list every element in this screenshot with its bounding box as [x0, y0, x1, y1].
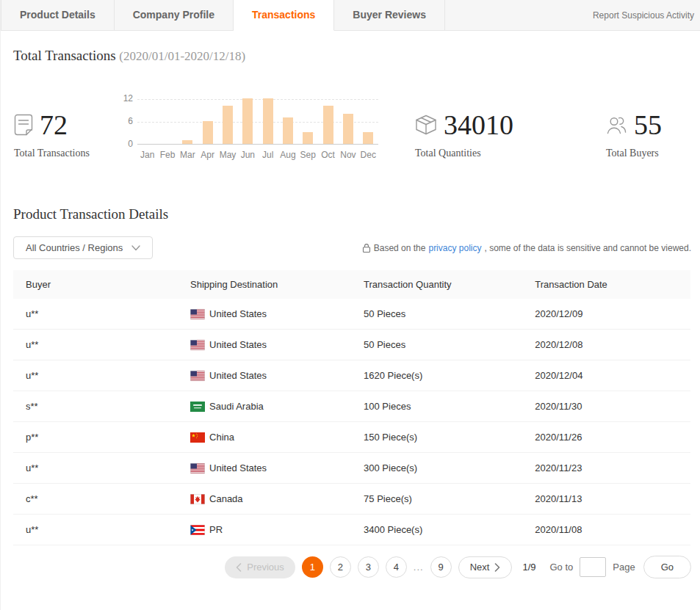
column-header-transaction-quantity: Transaction Quantity [351, 270, 522, 299]
buyer-cell: s** [13, 391, 178, 422]
table-body: u**United States50 Pieces2020/12/09u**Un… [13, 299, 690, 545]
destination-cell: Canada [178, 484, 351, 515]
goto-page-input[interactable] [580, 557, 606, 577]
column-header-buyer: Buyer [13, 270, 178, 299]
page-button-9[interactable]: 9 [430, 556, 452, 578]
stat-total-transactions: 72 Total Transactions [14, 98, 118, 159]
tab-list: Product DetailsCompany ProfileTransactio… [1, 0, 445, 30]
stat-total-quantities: 34010 Total Quantities [415, 98, 566, 159]
x-tick-aug: Aug [278, 150, 297, 160]
y-tick-12: 12 [123, 94, 133, 103]
buyer-cell: u** [13, 360, 178, 391]
date-cell: 2020/12/08 [522, 330, 690, 360]
table-header-row: BuyerShipping DestinationTransaction Qua… [13, 270, 690, 299]
tab-product-details[interactable]: Product Details [1, 0, 115, 30]
destination: United States [190, 462, 351, 473]
tab-transactions[interactable]: Transactions [234, 0, 334, 31]
date-cell: 2020/11/30 [522, 391, 690, 422]
privacy-policy-link[interactable]: privacy policy [428, 243, 481, 253]
y-tick-0: 0 [128, 139, 133, 148]
chevron-down-icon [131, 245, 140, 251]
total-buyers-label: Total Buyers [606, 148, 662, 159]
table-row: c**Canada75 Piece(s)2020/11/13 [13, 484, 690, 515]
destination-cell: PR [178, 515, 351, 545]
total-transactions-value: 72 [40, 111, 68, 139]
chart-y-axis: 1260 [118, 99, 137, 145]
date-cell: 2020/11/26 [522, 422, 690, 453]
destination-name: United States [209, 339, 267, 350]
product-transaction-details-title: Product Transaction Details [13, 206, 700, 222]
bar-column-nov [338, 99, 358, 144]
previous-label: Previous [247, 562, 284, 573]
buyer-cell: u** [13, 515, 178, 545]
date-cell: 2020/11/08 [522, 515, 690, 545]
bar-dec [363, 132, 373, 144]
table-row: p**China150 Piece(s)2020/11/26 [13, 422, 690, 453]
total-pages: 9 [530, 562, 535, 573]
current-page: 1 [522, 562, 527, 573]
pagination-bar: Previous 1234...9 Next 1/9 Go to Page Go [1, 556, 691, 578]
total-quantities-value: 34010 [444, 111, 513, 139]
previous-page-button[interactable]: Previous [225, 556, 295, 578]
total-transactions-label: Total Transactions [14, 148, 118, 159]
page-label: Page [613, 562, 635, 573]
quantity-cell: 300 Piece(s) [351, 453, 522, 484]
destination: China [190, 432, 351, 443]
destination: United States [190, 308, 351, 319]
ca-flag-icon [190, 494, 205, 504]
quantity-cell: 100 Pieces [351, 391, 522, 422]
table-controls: All Countries / Regions Based on the pri… [13, 236, 691, 259]
chart-bars [137, 99, 378, 144]
buyer-cell: u** [13, 299, 178, 330]
date-cell: 2020/12/04 [522, 360, 690, 391]
next-label: Next [470, 562, 490, 573]
destination-cell: United States [178, 360, 351, 391]
bar-apr [203, 121, 213, 144]
report-suspicious-activity-link[interactable]: Report Suspicious Activity [593, 10, 700, 21]
page-indicator: 1/9 [522, 562, 535, 573]
us-flag-icon [190, 463, 205, 473]
next-page-button[interactable]: Next [458, 556, 513, 578]
tab-buyer-reviews[interactable]: Buyer Reviews [334, 0, 445, 30]
chart-plot-area [137, 99, 378, 145]
buyer-cell: c** [13, 484, 178, 515]
total-transactions-title: Total Transactions (2020/01/01-2020/12/1… [13, 48, 700, 64]
destination-name: United States [209, 308, 267, 319]
x-tick-jan: Jan [137, 150, 157, 160]
table-row: u**PR3400 Piece(s)2020/11/08 [13, 515, 690, 545]
x-tick-may: May [217, 150, 237, 160]
y-tick-6: 6 [128, 117, 133, 126]
tab-company-profile[interactable]: Company Profile [115, 0, 234, 30]
destination-name: PR [209, 524, 223, 535]
bar-jul [263, 98, 273, 144]
destination-cell: China [178, 422, 351, 453]
go-button[interactable]: Go [643, 556, 691, 578]
date-cell: 2020/11/13 [522, 484, 690, 515]
date-range: (2020/01/01-2020/12/18) [119, 49, 245, 63]
page-button-4[interactable]: 4 [386, 556, 407, 578]
transactions-table: BuyerShipping DestinationTransaction Qua… [13, 270, 690, 545]
quantity-cell: 3400 Piece(s) [351, 515, 522, 545]
bar-column-jul [258, 99, 278, 144]
privacy-note-suffix: , some of the data is sensitive and cann… [484, 243, 691, 253]
us-flag-icon [190, 309, 205, 319]
bar-sep [303, 132, 313, 144]
destination-cell: United States [178, 299, 351, 330]
chevron-right-icon [494, 563, 500, 572]
buyers-icon [606, 115, 627, 135]
x-tick-jun: Jun [238, 150, 258, 160]
destination: United States [190, 339, 351, 350]
country-filter-dropdown[interactable]: All Countries / Regions [13, 236, 153, 259]
bar-nov [343, 114, 353, 144]
x-tick-oct: Oct [318, 150, 338, 160]
country-filter-label: All Countries / Regions [26, 242, 123, 253]
destination-name: Saudi Arabia [209, 401, 264, 412]
page-button-2[interactable]: 2 [330, 556, 351, 578]
quantity-cell: 150 Piece(s) [351, 422, 522, 453]
page-button-1[interactable]: 1 [302, 556, 323, 578]
quantity-cell: 75 Piece(s) [351, 484, 522, 515]
sa-flag-icon [190, 402, 205, 412]
us-flag-icon [190, 371, 205, 381]
page-button-3[interactable]: 3 [358, 556, 379, 578]
x-tick-apr: Apr [198, 150, 217, 160]
